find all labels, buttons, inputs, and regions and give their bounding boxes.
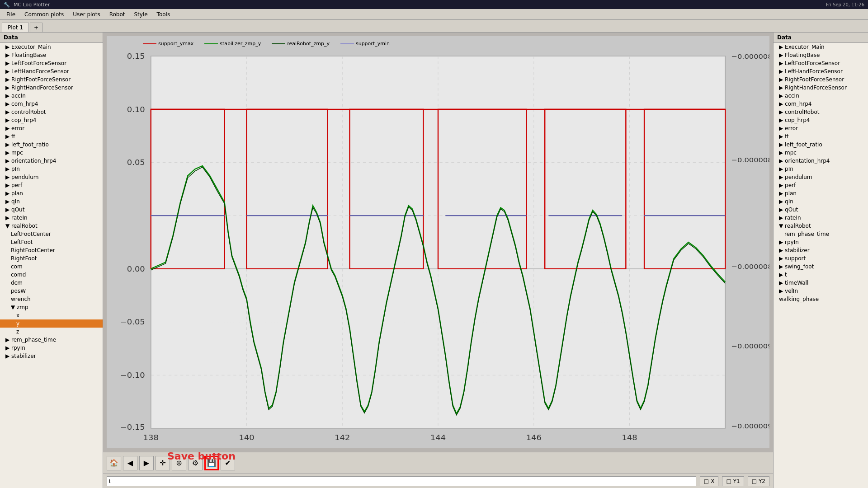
menu-user-plots[interactable]: User plots xyxy=(68,10,104,19)
left-tree-item-rem_phase_time[interactable]: ▶ rem_phase_time xyxy=(0,336,103,344)
statusbar: □ X □ Y1 □ Y2 xyxy=(103,474,773,488)
right-tree-item-realrobot[interactable]: ▼ realRobot xyxy=(774,222,868,230)
right-tree-item-support[interactable]: ▶ support xyxy=(774,254,868,263)
left-tree-item-rightfoot[interactable]: RightFoot xyxy=(0,254,103,263)
left-tree-item-perf[interactable]: ▶ perf xyxy=(0,181,103,189)
left-tree-item-lefthandforcesensor[interactable]: ▶ LeftHandForceSensor xyxy=(0,67,103,75)
left-tree-item-ff[interactable]: ▶ ff xyxy=(0,132,103,141)
right-tree-item-velin[interactable]: ▶ velIn xyxy=(774,287,868,295)
right-tree-item-executor_main[interactable]: ▶ Executor_Main xyxy=(774,43,868,51)
left-tree-item-executor_main[interactable]: ▶ Executor_Main xyxy=(0,43,103,51)
left-tree-item-rpyin[interactable]: ▶ rpyIn xyxy=(0,344,103,352)
left-tree-item-z[interactable]: z xyxy=(0,328,103,336)
right-tree-item-pendulum[interactable]: ▶ pendulum xyxy=(774,173,868,181)
forward-button[interactable]: ▶ xyxy=(139,456,154,470)
left-tree-item-mpc[interactable]: ▶ mpc xyxy=(0,149,103,157)
right-tree-item-cop_hrp4[interactable]: ▶ cop_hrp4 xyxy=(774,116,868,124)
left-tree-item-cop_hrp4[interactable]: ▶ cop_hrp4 xyxy=(0,116,103,124)
main-area: Data ▶ Executor_Main▶ FloatingBase▶ Left… xyxy=(0,33,868,488)
left-tree-item-x[interactable]: x xyxy=(0,311,103,319)
left-tree-item-stabilizer[interactable]: ▶ stabilizer xyxy=(0,352,103,360)
right-tree-item-lefthandforcesensor[interactable]: ▶ LeftHandForceSensor xyxy=(774,67,868,75)
plot-container: support_ymax stabilizer_zmp_y realRobot_… xyxy=(103,33,773,452)
left-sidebar-header: Data xyxy=(0,33,103,43)
right-tree-item-swing_foot[interactable]: ▶ swing_foot xyxy=(774,263,868,271)
menu-common-plots[interactable]: Common plots xyxy=(20,10,68,19)
right-tree-item-stabilizer[interactable]: ▶ stabilizer xyxy=(774,246,868,254)
right-tree-item-perf[interactable]: ▶ perf xyxy=(774,181,868,189)
left-tree-item-comd[interactable]: comd xyxy=(0,271,103,279)
configure-button[interactable]: ⚙ xyxy=(188,456,203,470)
left-tree-item-dcm[interactable]: dcm xyxy=(0,279,103,287)
check-button[interactable]: ✔ xyxy=(221,456,235,470)
menu-robot[interactable]: Robot xyxy=(105,10,130,19)
right-tree-item-rem_phase_time[interactable]: rem_phase_time xyxy=(774,230,868,238)
left-tree-item-floatingbase[interactable]: ▶ FloatingBase xyxy=(0,51,103,59)
back-button[interactable]: ◀ xyxy=(123,456,137,470)
left-tree-item-wrench[interactable]: wrench xyxy=(0,295,103,303)
right-tree-item-accin[interactable]: ▶ accIn xyxy=(774,92,868,100)
svg-text:0.05: 0.05 xyxy=(127,158,145,167)
left-tree-item-posw[interactable]: posW xyxy=(0,287,103,295)
right-tree-item-left_foot_ratio[interactable]: ▶ left_foot_ratio xyxy=(774,141,868,149)
save-button[interactable]: 💾 xyxy=(204,456,219,470)
svg-text:−0.0000086: −0.0000086 xyxy=(731,156,769,164)
right-tree-item-ff[interactable]: ▶ ff xyxy=(774,132,868,141)
tab-plot1[interactable]: Plot 1 xyxy=(2,23,29,32)
right-tree-item-timewall[interactable]: ▶ timeWall xyxy=(774,279,868,287)
app-title: MC Log Plotter xyxy=(14,2,50,8)
left-tree-item-pendulum[interactable]: ▶ pendulum xyxy=(0,173,103,181)
right-tree-item-com_hrp4[interactable]: ▶ com_hrp4 xyxy=(774,100,868,108)
right-tree-item-walking_phase[interactable]: walking_phase xyxy=(774,295,868,303)
right-tree-item-qin[interactable]: ▶ qIn xyxy=(774,197,868,206)
left-tree-item-leftfootforcesensor[interactable]: ▶ LeftFootForceSensor xyxy=(0,59,103,67)
crosshair-button[interactable]: ✛ xyxy=(156,456,170,470)
tab-add[interactable]: + xyxy=(30,23,42,32)
left-tree-item-com[interactable]: com xyxy=(0,263,103,271)
menu-tools[interactable]: Tools xyxy=(152,10,175,19)
x-axis-checkbox[interactable]: □ X xyxy=(700,476,719,486)
y1-axis-label: Y1 xyxy=(733,478,740,484)
y2-axis-checkbox[interactable]: □ Y2 xyxy=(748,476,769,486)
left-tree-item-left_foot_ratio[interactable]: ▶ left_foot_ratio xyxy=(0,141,103,149)
left-tree-item-y[interactable]: y xyxy=(0,319,103,328)
left-tree-item-leftfootcenter[interactable]: LeftFootCenter xyxy=(0,230,103,238)
left-tree-item-error[interactable]: ▶ error xyxy=(0,124,103,132)
right-tree-item-righthandforcesensor[interactable]: ▶ RightHandForceSensor xyxy=(774,84,868,92)
pan-button[interactable]: ⊕ xyxy=(172,456,186,470)
right-tree-item-t[interactable]: ▶ t xyxy=(774,271,868,279)
left-tree-item-realrobot[interactable]: ▼ realRobot xyxy=(0,222,103,230)
right-tree-item-leftfootforcesensor[interactable]: ▶ LeftFootForceSensor xyxy=(774,59,868,67)
left-tree-item-accin[interactable]: ▶ accIn xyxy=(0,92,103,100)
y1-axis-checkbox[interactable]: □ Y1 xyxy=(722,476,744,486)
right-tree-item-rightfootforcesensor[interactable]: ▶ RightFootForceSensor xyxy=(774,75,868,84)
menu-file[interactable]: File xyxy=(2,10,20,19)
right-tree-item-orientation_hrp4[interactable]: ▶ orientation_hrp4 xyxy=(774,157,868,165)
left-tree-item-righthandforcesensor[interactable]: ▶ RightHandForceSensor xyxy=(0,84,103,92)
left-tree-item-qout[interactable]: ▶ qOut xyxy=(0,206,103,214)
right-tree-item-controlrobot[interactable]: ▶ controlRobot xyxy=(774,108,868,116)
right-tree-item-qout[interactable]: ▶ qOut xyxy=(774,206,868,214)
right-tree-item-error[interactable]: ▶ error xyxy=(774,124,868,132)
t-input[interactable] xyxy=(107,476,696,486)
right-tree-item-floatingbase[interactable]: ▶ FloatingBase xyxy=(774,51,868,59)
right-tree-item-pin[interactable]: ▶ pIn xyxy=(774,165,868,173)
left-tree-item-rightfootforcesensor[interactable]: ▶ RightFootForceSensor xyxy=(0,75,103,84)
left-tree-item-rightfootcenter[interactable]: RightFootCenter xyxy=(0,246,103,254)
left-tree-item-controlrobot[interactable]: ▶ controlRobot xyxy=(0,108,103,116)
home-button[interactable]: 🏠 xyxy=(107,456,121,470)
right-tree-item-ratein[interactable]: ▶ rateIn xyxy=(774,214,868,222)
left-tree-item-ratein[interactable]: ▶ rateIn xyxy=(0,214,103,222)
menu-style[interactable]: Style xyxy=(129,10,152,19)
left-tree-item-qin[interactable]: ▶ qIn xyxy=(0,197,103,206)
left-tree-item-leftfoot[interactable]: LeftFoot xyxy=(0,238,103,246)
right-tree-item-rpyin[interactable]: ▶ rpyIn xyxy=(774,238,868,246)
right-tree-item-mpc[interactable]: ▶ mpc xyxy=(774,149,868,157)
left-tree-item-orientation_hrp4[interactable]: ▶ orientation_hrp4 xyxy=(0,157,103,165)
left-tree-item-zmp[interactable]: ▼ zmp xyxy=(0,303,103,311)
left-tree-item-pin[interactable]: ▶ pIn xyxy=(0,165,103,173)
right-tree-item-plan[interactable]: ▶ plan xyxy=(774,189,868,197)
left-tree-item-com_hrp4[interactable]: ▶ com_hrp4 xyxy=(0,100,103,108)
left-tree-item-plan[interactable]: ▶ plan xyxy=(0,189,103,197)
y2-checkbox-icon: □ xyxy=(752,478,757,484)
